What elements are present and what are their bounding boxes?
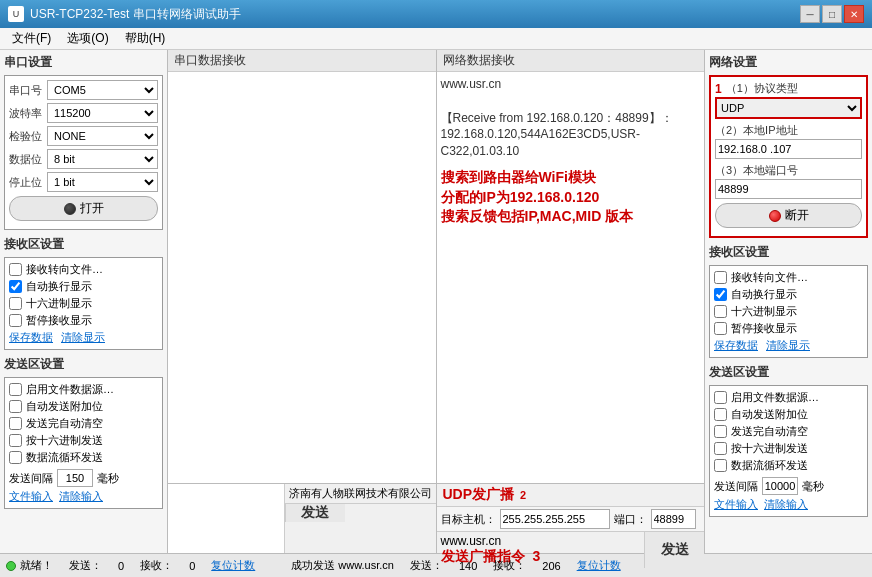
send-label-4: 数据流循环发送 <box>26 450 103 465</box>
right-clear-input-link[interactable]: 清除输入 <box>764 497 808 512</box>
menu-bar: 文件(F) 选项(O) 帮助(H) <box>0 28 872 50</box>
port-label-right: （3）本地端口号 <box>715 163 862 178</box>
protocol-select[interactable]: UDP <box>715 97 862 119</box>
send-right-button[interactable]: 发送 <box>644 532 704 568</box>
parity-row: 检验位 NONE <box>9 126 158 146</box>
right-recv-title: 接收区设置 <box>709 244 868 261</box>
right-send-check-3[interactable] <box>714 442 727 455</box>
net-recv-text: www.usr.cn 【Receive from 192.168.0.120：4… <box>441 76 701 227</box>
num2-label: 2 <box>520 489 526 501</box>
right-recv-label: 接收： <box>493 558 526 573</box>
right-recv-check-0[interactable] <box>714 271 727 284</box>
send-check-3[interactable] <box>9 434 22 447</box>
net-line3: 【Receive from 192.168.0.120：48899】： <box>441 110 701 127</box>
send-check-0[interactable] <box>9 383 22 396</box>
send-left-panel: 济南有人物联网技术有限公司 发送 <box>168 484 437 553</box>
clear-display-link[interactable]: 清除显示 <box>61 330 105 345</box>
send-left-button[interactable]: 发送 <box>285 504 345 522</box>
localip-input[interactable] <box>715 139 862 159</box>
right-send-label-2: 发送完自动清空 <box>731 424 808 439</box>
close-button[interactable]: ✕ <box>844 5 864 23</box>
right-recv-opt-0: 接收转向文件… <box>714 270 863 285</box>
send-label-2: 发送完自动清空 <box>26 416 103 431</box>
right-send-opt-2: 发送完自动清空 <box>714 424 863 439</box>
send-check-2[interactable] <box>9 417 22 430</box>
send-interval-row: 发送间隔 毫秒 <box>9 469 158 487</box>
minimize-button[interactable]: ─ <box>800 5 820 23</box>
net-highlight2: 分配的IP为192.168.0.120 <box>441 188 701 208</box>
right-panel: 网络设置 1 （1）协议类型 UDP （2）本地IP地址 （3）本地端口号 <box>704 50 872 553</box>
right-save-data-link[interactable]: 保存数据 <box>714 338 758 353</box>
send-check-1[interactable] <box>9 400 22 413</box>
status-led <box>6 561 16 571</box>
left-recv-value: 0 <box>189 560 195 572</box>
right-send-title: 发送区设置 <box>709 364 868 381</box>
title-bar: U USR-TCP232-Test 串口转网络调试助手 ─ □ ✕ <box>0 0 872 28</box>
menu-help[interactable]: 帮助(H) <box>117 28 174 49</box>
databits-select[interactable]: 8 bit <box>47 149 158 169</box>
right-recv-check-1[interactable] <box>714 288 727 301</box>
disconnect-label: 断开 <box>785 207 809 224</box>
right-send-check-2[interactable] <box>714 425 727 438</box>
right-recv-label-1: 自动换行显示 <box>731 287 797 302</box>
right-file-input-link[interactable]: 文件输入 <box>714 497 758 512</box>
net-highlight-area: 搜索到路由器给WiFi模块 分配的IP为192.168.0.120 搜索反馈包括… <box>441 168 701 227</box>
open-btn-label: 打开 <box>80 200 104 217</box>
stopbits-label: 停止位 <box>9 175 47 190</box>
recv-check-2[interactable] <box>9 297 22 310</box>
interval-label: 发送间隔 <box>9 471 53 486</box>
left-reset-button[interactable]: 复位计数 <box>211 558 255 573</box>
bottom-send-area: 济南有人物联网技术有限公司 发送 UDP发广播 2 目标主机： 端口： <box>168 483 704 553</box>
serial-led <box>64 203 76 215</box>
right-send-check-1[interactable] <box>714 408 727 421</box>
right-send-check-4[interactable] <box>714 459 727 472</box>
open-serial-button[interactable]: 打开 <box>9 196 158 221</box>
file-input-link[interactable]: 文件输入 <box>9 489 53 504</box>
recv-opt-2: 十六进制显示 <box>9 296 158 311</box>
left-send-title: 发送区设置 <box>4 356 163 373</box>
recv-check-3[interactable] <box>9 314 22 327</box>
clear-input-link[interactable]: 清除输入 <box>59 489 103 504</box>
target-row: 目标主机： 端口： <box>437 507 705 532</box>
send-check-4[interactable] <box>9 451 22 464</box>
right-reset-button[interactable]: 复位计数 <box>577 558 621 573</box>
menu-file[interactable]: 文件(F) <box>4 28 59 49</box>
menu-options[interactable]: 选项(O) <box>59 28 116 49</box>
send-left-textarea[interactable] <box>168 484 284 553</box>
target-ip-input[interactable] <box>500 509 610 529</box>
recv-check-0[interactable] <box>9 263 22 276</box>
right-clear-display-link[interactable]: 清除显示 <box>766 338 810 353</box>
net-recv-panel: 网络数据接收 www.usr.cn 【Receive from 192.168.… <box>437 50 705 483</box>
interval-input[interactable] <box>57 469 93 487</box>
recv-label-0: 接收转向文件… <box>26 262 103 277</box>
parity-select[interactable]: NONE <box>47 126 158 146</box>
right-recv-check-3[interactable] <box>714 322 727 335</box>
save-data-link[interactable]: 保存数据 <box>9 330 53 345</box>
stopbits-select[interactable]: 1 bit <box>47 172 158 192</box>
right-recv-check-2[interactable] <box>714 305 727 318</box>
port-label-send: 端口： <box>614 512 647 527</box>
target-port-input[interactable] <box>651 509 696 529</box>
right-interval-input[interactable] <box>762 477 798 495</box>
recv-check-1[interactable] <box>9 280 22 293</box>
send-right-text: www.usr.cn <box>441 534 641 548</box>
right-send-opt-1: 自动发送附加位 <box>714 407 863 422</box>
net-line2 <box>441 93 701 110</box>
baud-row: 波特率 115200 <box>9 103 158 123</box>
disconnect-button[interactable]: 断开 <box>715 203 862 228</box>
file-links: 文件输入 清除输入 <box>9 489 158 504</box>
window-controls: ─ □ ✕ <box>800 5 864 23</box>
right-recv-label-2: 十六进制显示 <box>731 304 797 319</box>
send-opt-1: 自动发送附加位 <box>9 399 158 414</box>
baud-select[interactable]: 115200 <box>47 103 158 123</box>
right-send-check-0[interactable] <box>714 391 727 404</box>
maximize-button[interactable]: □ <box>822 5 842 23</box>
right-send-label-0: 启用文件数据源… <box>731 390 819 405</box>
udp-label: UDP发广播 <box>443 486 515 504</box>
left-status: 就绪！ <box>20 558 53 573</box>
port-input[interactable] <box>715 179 862 199</box>
serial-recv-title: 串口数据接收 <box>168 50 436 72</box>
port-select[interactable]: COM5 <box>47 80 158 100</box>
recv-link-row: 保存数据 清除显示 <box>9 330 158 345</box>
right-send-label-1: 自动发送附加位 <box>731 407 808 422</box>
